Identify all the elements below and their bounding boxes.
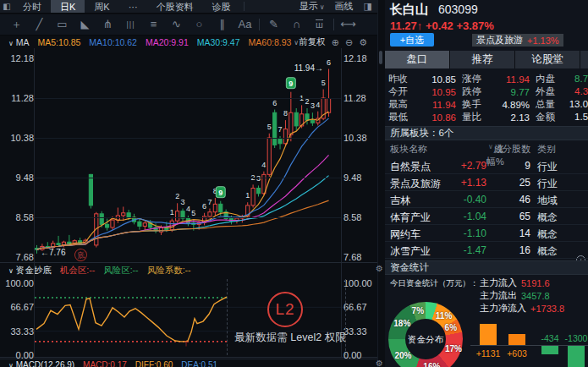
fund-indicator-header: ∨ 资金抄底 机会区:--风险区:--风险系数:-- — [0, 264, 377, 277]
chart-left-border — [34, 48, 35, 357]
pitchfork-tool[interactable]: ⋔ — [96, 15, 119, 34]
panel-tab-论股堂[interactable]: 论股堂 — [515, 51, 580, 68]
indicator-axis-label: 66.67 — [2, 302, 34, 312]
sector-row[interactable]: 吉林-0.4046地域 — [385, 191, 588, 208]
quote-row: 今开10.95跌停9.77外盘4.33万 — [388, 85, 588, 98]
chart-settings-icon[interactable]: ⚙ — [359, 37, 367, 48]
brush-tool[interactable]: ✎ — [262, 15, 285, 34]
macd-gear-icon[interactable]: ⚙ — [376, 359, 383, 367]
ma-row-right: ∨前复权 ⊕ ⊖ ⚙ — [292, 36, 367, 48]
sector-pct: +1.13 — [444, 177, 486, 189]
macd-collapse-chevron[interactable]: ∨ MACD(12,26,9) — [7, 360, 74, 367]
donut-slice-label: 11% — [436, 311, 452, 320]
wave-tool[interactable]: ∿ — [165, 15, 188, 34]
macd-values: MACD:0.17DIFF:0.60DEA:0.51 — [83, 360, 217, 367]
donut-slice-label: 18% — [393, 319, 410, 328]
sector-type: 概念 — [537, 211, 558, 225]
trendline-tool[interactable]: ╱ — [28, 15, 51, 34]
sector-row[interactable]: 体育产业-1.0465概念 — [385, 208, 588, 225]
svg-text:3: 3 — [310, 101, 315, 110]
zoom-in-icon[interactable]: ⊕ — [332, 37, 339, 48]
stock-name: 长白山 — [390, 2, 428, 18]
ma-indicator-row: ∨ MA MA5:10.85MA10:10.62MA20:9.91MA30:9.… — [0, 36, 377, 48]
quote-value: 10.95 — [414, 87, 462, 97]
price-gridline — [35, 98, 341, 99]
sector-chip-pct: +1.13% — [527, 36, 559, 46]
panel-tab-推荐[interactable]: 推荐 — [450, 51, 514, 68]
sector-row[interactable]: 景点及旅游+1.1325行业 — [385, 174, 588, 191]
col-name: 板块名称 — [390, 143, 427, 156]
kline-svg[interactable]: 123456789123456789123456 — [0, 47, 372, 262]
panel-toggle-icon[interactable]: ◨ — [364, 1, 372, 12]
tab-诊股[interactable]: 诊股 — [203, 0, 240, 13]
donut-slice-label: 20% — [394, 351, 411, 360]
move-tool[interactable]: ＋ — [5, 15, 28, 34]
quote-label: 今开 — [388, 85, 414, 98]
stock-info-panel: 长白山 603099 11.27↑ +0.42 +3.87% +自选 景点及旅游… — [385, 0, 588, 367]
stock-price: 11.27↑ +0.42 +3.87% — [390, 19, 494, 32]
panel-tab-盘口[interactable]: 盘口 — [385, 51, 449, 68]
tab-周K[interactable]: 周K — [85, 0, 118, 13]
svg-text:3: 3 — [256, 174, 261, 183]
price-axis-label: 12.18 — [2, 53, 34, 63]
layout-toggle-icon[interactable]: ◧ — [0, 0, 14, 13]
display-menu[interactable]: 显示∨ — [299, 0, 325, 13]
fund-bar — [541, 346, 558, 354]
sector-row[interactable]: 冰雪产业-1.4716概念 — [385, 242, 588, 259]
drawline-button[interactable]: 画线 — [335, 0, 354, 13]
period-tabs: 分时日K周K···个股资料诊股 — [14, 0, 240, 13]
gann-fan-tool[interactable]: ◣ — [74, 15, 96, 34]
indicator-bottom-border — [0, 357, 377, 358]
indicator-collapse-chevron[interactable]: ∨ 资金抄底 — [7, 265, 52, 277]
sector-name: 冰雪产业 — [390, 244, 431, 259]
quote-label: 跌停 — [462, 85, 487, 98]
trash-tool[interactable]: ш — [308, 15, 331, 34]
sector-name: 体育产业 — [390, 211, 431, 225]
tab-日K[interactable]: 日K — [51, 0, 85, 13]
price-gridline — [35, 138, 341, 139]
panel-tab-add[interactable]: + — [580, 51, 588, 68]
sector-type: 概念 — [537, 227, 558, 242]
panel-tabs: 盘口推荐论股堂+ — [385, 51, 588, 68]
sector-type: 概念 — [537, 244, 558, 259]
svg-text:5: 5 — [321, 79, 326, 87]
svg-text:4: 4 — [186, 205, 190, 213]
buy-signal-arrow: ↑ — [184, 337, 189, 348]
price-axis-label: 10.38 — [2, 133, 34, 143]
stock-trading-app: ◧ 分时日K周K···个股资料诊股 显示∨ 画线 ◨ ＋╱▭◣⋔|||≡∿○∥A… — [0, 0, 588, 367]
segment-tool[interactable]: ≡ — [142, 15, 165, 34]
sector-row[interactable]: 网约车-1.1014概念 — [385, 225, 588, 242]
quote-value: 11.94 — [414, 100, 462, 110]
fit-width-tool[interactable]: ⟷ — [337, 15, 360, 34]
price-axis-label: 7.68 — [343, 252, 374, 262]
text-tool[interactable]: Aa — [234, 15, 256, 34]
sector-type: 行业 — [537, 160, 558, 174]
price-gridline — [35, 178, 341, 178]
tab-个股资料[interactable]: 个股资料 — [147, 0, 203, 13]
tab-···[interactable]: ··· — [119, 0, 147, 13]
ma-collapse-chevron[interactable]: ∨ MA — [7, 37, 30, 47]
vertical-lines-tool[interactable]: ||| — [119, 15, 142, 34]
sector-pct: +2.79 — [444, 160, 486, 172]
ellipse-tool[interactable]: ○ — [188, 15, 211, 34]
ma-value: MA5:10.85 — [38, 37, 81, 47]
price-axis-label: 8.58 — [343, 212, 374, 222]
add-watchlist-button[interactable]: +自选 — [390, 33, 434, 47]
indicator-field: 风险系数:-- — [147, 265, 191, 277]
channel-tool[interactable]: ∥ — [211, 15, 234, 34]
indicator-gear-icon[interactable]: ⚙ — [376, 264, 383, 273]
sector-count: 14 — [493, 227, 530, 239]
svg-text:6: 6 — [272, 99, 277, 107]
splitter-handle[interactable] — [379, 51, 382, 64]
sectors-title: 所属板块：6个 — [390, 127, 453, 140]
sector-chip[interactable]: 景点及旅游 +1.13% — [472, 34, 563, 47]
quote-label: 换手 — [462, 98, 487, 111]
rectangle-tool[interactable]: ▭ — [51, 15, 74, 34]
quote-label: 量比 — [462, 111, 487, 123]
indicator-fields: 机会区:--风险区:--风险系数:-- — [60, 265, 191, 277]
adjust-mode-dropdown[interactable]: ∨前复权 — [292, 36, 325, 48]
sector-row[interactable]: 自然景点+2.799行业 — [385, 157, 588, 174]
tab-分时[interactable]: 分时 — [14, 0, 51, 13]
magnet-tool[interactable]: ∩ — [285, 15, 308, 34]
zoom-out-icon[interactable]: ⊖ — [345, 37, 353, 48]
